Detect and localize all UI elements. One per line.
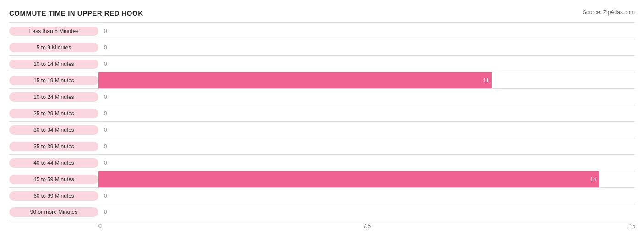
bar-row: 90 or more Minutes0 <box>9 204 635 220</box>
bar-rows-container: Less than 5 Minutes05 to 9 Minutes010 to… <box>9 22 635 220</box>
bar-value-nonzero: 11 <box>483 77 491 84</box>
bar-fill: 11 <box>98 72 492 89</box>
chart-title: COMMUTE TIME IN UPPER RED HOOK <box>9 9 143 17</box>
bar-label: 20 to 24 Minutes <box>9 92 98 102</box>
bar-track: 0 <box>98 155 635 171</box>
bar-label: 60 to 89 Minutes <box>9 191 98 201</box>
bar-row: 30 to 34 Minutes0 <box>9 121 635 138</box>
chart-source: Source: ZipAtlas.com <box>583 9 635 16</box>
bar-row: 45 to 59 Minutes14 <box>9 171 635 187</box>
bar-label: Less than 5 Minutes <box>9 27 98 36</box>
bar-row: 10 to 14 Minutes0 <box>9 55 635 72</box>
bar-value-zero: 0 <box>104 143 107 150</box>
bar-value-zero: 0 <box>104 44 107 51</box>
bar-row: 40 to 44 Minutes0 <box>9 154 635 171</box>
bar-label: 90 or more Minutes <box>9 207 98 217</box>
bar-value-zero: 0 <box>104 193 107 199</box>
x-tick: 15 <box>629 223 635 229</box>
bar-label: 5 to 9 Minutes <box>9 43 98 52</box>
bar-value-zero: 0 <box>104 61 107 67</box>
bar-track: 0 <box>98 39 635 55</box>
bar-label: 30 to 34 Minutes <box>9 125 98 135</box>
bar-row: Less than 5 Minutes0 <box>9 22 635 39</box>
bar-value-zero: 0 <box>104 209 107 215</box>
x-tick: 0 <box>98 223 102 229</box>
bar-label: 40 to 44 Minutes <box>9 158 98 168</box>
chart-header: COMMUTE TIME IN UPPER RED HOOK Source: Z… <box>9 9 635 17</box>
x-tick: 7.5 <box>363 223 371 229</box>
chart-area: Less than 5 Minutes05 to 9 Minutes010 to… <box>9 22 635 230</box>
bar-row: 35 to 39 Minutes0 <box>9 138 635 154</box>
bar-value-zero: 0 <box>104 110 107 117</box>
bar-label: 15 to 19 Minutes <box>9 76 98 85</box>
bar-track: 11 <box>98 72 635 88</box>
bar-label: 45 to 59 Minutes <box>9 175 98 184</box>
bar-track: 0 <box>98 122 635 138</box>
bar-track: 0 <box>98 23 635 39</box>
bar-value-zero: 0 <box>104 127 107 133</box>
bar-label: 10 to 14 Minutes <box>9 60 98 69</box>
bar-row: 25 to 29 Minutes0 <box>9 105 635 121</box>
bar-track: 0 <box>98 89 635 105</box>
bar-value-zero: 0 <box>104 160 107 166</box>
bar-value-zero: 0 <box>104 28 107 34</box>
bar-track: 14 <box>98 171 635 187</box>
bar-track: 0 <box>98 105 635 121</box>
bar-row: 15 to 19 Minutes11 <box>9 72 635 88</box>
bar-fill: 14 <box>98 171 599 188</box>
chart-container: COMMUTE TIME IN UPPER RED HOOK Source: Z… <box>0 5 644 239</box>
bar-track: 0 <box>98 138 635 154</box>
bar-row: 5 to 9 Minutes0 <box>9 39 635 55</box>
bar-row: 60 to 89 Minutes0 <box>9 187 635 204</box>
bar-track: 0 <box>98 188 635 204</box>
x-axis-container: 07.515 <box>98 221 635 230</box>
bar-value-nonzero: 14 <box>590 176 599 183</box>
bar-label: 25 to 29 Minutes <box>9 109 98 118</box>
bar-value-zero: 0 <box>104 94 107 100</box>
bar-label: 35 to 39 Minutes <box>9 142 98 151</box>
bar-row: 20 to 24 Minutes0 <box>9 88 635 105</box>
bar-track: 0 <box>98 204 635 220</box>
bar-track: 0 <box>98 56 635 72</box>
